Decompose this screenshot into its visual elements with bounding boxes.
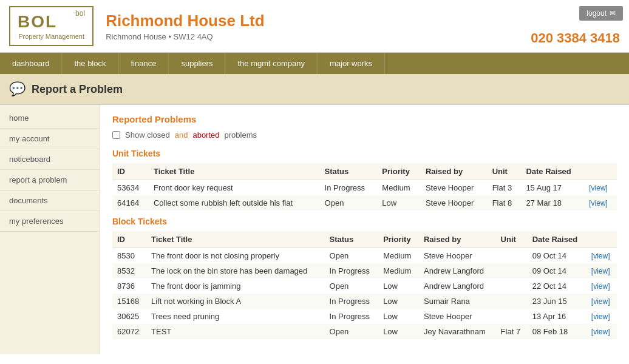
block-col-priority: Priority (378, 231, 419, 248)
speech-bubble-icon: 💬 (9, 81, 25, 97)
table-row: 8736 The front door is jamming Open Low … (112, 278, 617, 294)
ticket-title: Collect some rubbish left outside his fl… (149, 195, 320, 211)
logo-bol: bol (75, 9, 85, 18)
block-col-unit: Unit (496, 231, 528, 248)
ticket-priority: Low (378, 278, 419, 294)
aborted-label: aborted (192, 130, 219, 140)
page-title: Report a Problem (32, 83, 123, 96)
ticket-unit (496, 263, 528, 278)
ticket-view[interactable]: [view] (586, 324, 617, 339)
unit-tickets-title: Unit Tickets (112, 149, 617, 158)
ticket-view[interactable]: [view] (586, 278, 617, 294)
col-id: ID (112, 163, 149, 180)
ticket-raised-by: Steve Hooper (421, 195, 488, 211)
sidebar-item-preferences[interactable]: my preferences (0, 211, 100, 232)
ticket-status: In Progress (325, 294, 379, 309)
nav-major-works[interactable]: major works (318, 53, 385, 74)
nav-the-block[interactable]: the block (62, 53, 118, 74)
nav-dashboard[interactable]: dashboard (0, 53, 62, 74)
table-row: 8532 The lock on the bin store has been … (112, 263, 617, 278)
ticket-status: In Progress (320, 180, 378, 196)
ticket-date: 08 Feb 18 (528, 324, 586, 339)
ticket-view[interactable]: [view] (586, 248, 617, 264)
ticket-title: The front door is jamming (146, 278, 325, 294)
ticket-id: 8736 (112, 278, 146, 294)
ticket-status: Open (320, 195, 378, 211)
ticket-priority: Medium (377, 180, 421, 196)
ticket-view[interactable]: [view] (586, 263, 617, 278)
ticket-title: TEST (146, 324, 325, 339)
logout-button[interactable]: logout ✉ (579, 6, 623, 21)
show-closed-label: Show closed (125, 130, 170, 140)
ticket-view[interactable]: [view] (586, 309, 617, 324)
ticket-title: The lock on the bin store has been damag… (146, 263, 325, 278)
reported-problems-title: Reported Problems (112, 114, 617, 124)
unit-tickets-table: ID Ticket Title Status Priority Raised b… (112, 163, 617, 211)
block-col-title: Ticket Title (146, 231, 325, 248)
ticket-date: 23 Jun 15 (528, 294, 586, 309)
main-content: Reported Problems Show closed and aborte… (100, 105, 629, 354)
ticket-priority: Medium (378, 248, 419, 264)
logo: BOL bol Property Management (9, 6, 93, 46)
block-col-status: Status (325, 231, 379, 248)
block-col-action (586, 231, 617, 248)
ticket-date: 09 Oct 14 (528, 248, 586, 264)
main-nav: dashboard the block finance suppliers th… (0, 53, 629, 74)
ticket-view[interactable]: [view] (586, 294, 617, 309)
ticket-date: 15 Aug 17 (521, 180, 584, 196)
ticket-raised-by: Andrew Langford (419, 278, 496, 294)
nav-mgmt-company[interactable]: the mgmt company (225, 53, 318, 74)
sidebar-item-report-problem[interactable]: report a problem (0, 170, 100, 190)
table-row: 62072 TEST Open Low Jey Navarathnam Flat… (112, 324, 617, 339)
ticket-priority: Low (378, 324, 419, 339)
ticket-raised-by: Steve Hooper (421, 180, 488, 196)
ticket-unit (496, 248, 528, 264)
col-status: Status (320, 163, 378, 180)
ticket-view[interactable]: [view] (584, 195, 617, 211)
ticket-id: 15168 (112, 294, 146, 309)
col-date: Date Raised (521, 163, 584, 180)
block-col-raised-by: Raised by (419, 231, 496, 248)
ticket-raised-by: Andrew Langford (419, 263, 496, 278)
problems-label: problems (225, 130, 257, 140)
ticket-unit: Flat 7 (496, 324, 528, 339)
col-title: Ticket Title (149, 163, 320, 180)
col-priority: Priority (377, 163, 421, 180)
ticket-view[interactable]: [view] (584, 180, 617, 196)
ticket-status: In Progress (325, 309, 379, 324)
ticket-priority: Low (378, 309, 419, 324)
ticket-id: 62072 (112, 324, 146, 339)
ticket-title: The front door is not closing properly (146, 248, 325, 264)
logo-text: BOL (18, 12, 57, 32)
ticket-title: Front door key request (149, 180, 320, 196)
col-raised-by: Raised by (421, 163, 488, 180)
sidebar-item-home[interactable]: home (0, 108, 100, 129)
sidebar-item-documents[interactable]: documents (0, 190, 100, 211)
col-unit: Unit (488, 163, 522, 180)
block-col-date: Date Raised (528, 231, 586, 248)
ticket-status: In Progress (325, 263, 379, 278)
ticket-raised-by: Steve Hooper (419, 248, 496, 264)
page-title-bar: 💬 Report a Problem (0, 74, 629, 105)
logo-sub: Property Management (18, 33, 84, 40)
ticket-status: Open (325, 324, 379, 339)
ticket-unit (496, 278, 528, 294)
ticket-priority: Medium (378, 263, 419, 278)
ticket-status: Open (325, 248, 379, 264)
col-action (584, 163, 617, 180)
sidebar-item-my-account[interactable]: my account (0, 129, 100, 149)
table-row: 53634 Front door key request In Progress… (112, 180, 617, 196)
ticket-unit: Flat 8 (488, 195, 522, 211)
nav-finance[interactable]: finance (119, 53, 169, 74)
ticket-id: 64164 (112, 195, 149, 211)
show-closed-checkbox[interactable] (112, 131, 120, 139)
table-row: 30625 Trees need pruning In Progress Low… (112, 309, 617, 324)
ticket-status: Open (325, 278, 379, 294)
ticket-raised-by: Sumair Rana (419, 294, 496, 309)
ticket-unit (496, 294, 528, 309)
table-row: 64164 Collect some rubbish left outside … (112, 195, 617, 211)
ticket-priority: Low (377, 195, 421, 211)
sidebar-item-noticeboard[interactable]: noticeboard (0, 149, 100, 170)
ticket-raised-by: Steve Hooper (419, 309, 496, 324)
nav-suppliers[interactable]: suppliers (169, 53, 225, 74)
